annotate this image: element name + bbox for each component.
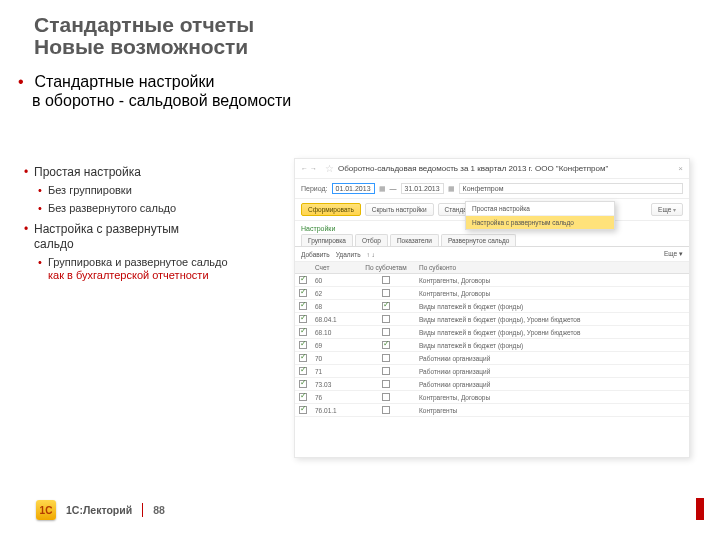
subaccount-checkbox[interactable] — [382, 341, 390, 349]
subaccount-checkbox[interactable] — [382, 406, 390, 414]
row-checkbox[interactable] — [299, 354, 307, 362]
table-row[interactable]: 76Контрагенты, Договоры — [295, 391, 689, 404]
col-account: Счет — [311, 262, 357, 273]
delete-button[interactable]: Удалить — [336, 251, 361, 258]
hide-settings-button[interactable]: Скрыть настройки — [365, 203, 434, 216]
cell-account: 68 — [311, 301, 357, 312]
form-button[interactable]: Сформировать — [301, 203, 361, 216]
settings-dropdown: Простая настройка Настройка с развернуты… — [465, 201, 615, 230]
table-row[interactable]: 71Работники организаций — [295, 365, 689, 378]
period-toolbar: Период: 01.01.2013 ▦ — 31.01.2013 ▦ Конф… — [295, 179, 689, 199]
cell-subconto: Виды платежей в бюджет (фонды), Уровни б… — [415, 327, 689, 338]
cell-subconto: Контрагенты, Договоры — [415, 392, 689, 403]
page-number: 88 — [153, 504, 165, 516]
subaccount-checkbox[interactable] — [382, 302, 390, 310]
row-checkbox[interactable] — [299, 276, 307, 284]
calendar-icon[interactable]: ▦ — [379, 185, 386, 193]
footer-separator — [142, 503, 143, 517]
table-row[interactable]: 68.10Виды платежей в бюджет (фонды), Уро… — [295, 326, 689, 339]
table-row[interactable]: 76.01.1Контрагенты — [295, 404, 689, 417]
tab-filter[interactable]: Отбор — [355, 234, 388, 246]
table-row[interactable]: 62Контрагенты, Договоры — [295, 287, 689, 300]
date-to-input[interactable]: 31.01.2013 — [401, 183, 444, 194]
period-label: Период: — [301, 185, 328, 192]
cell-account: 69 — [311, 340, 357, 351]
slide-title: Стандартные отчеты Новые возможности — [0, 0, 720, 58]
subaccount-checkbox[interactable] — [382, 367, 390, 375]
table-row[interactable]: 73.03Работники организаций — [295, 378, 689, 391]
calendar-icon[interactable]: ▦ — [448, 185, 455, 193]
org-select[interactable]: Конфетпром — [459, 183, 683, 194]
footer-label: 1С:Лекторий — [66, 504, 132, 516]
cell-subconto: Работники организаций — [415, 366, 689, 377]
tab-extended-balance[interactable]: Развернутое сальдо — [441, 234, 516, 246]
subaccount-checkbox[interactable] — [382, 354, 390, 362]
cell-subconto: Контрагенты — [415, 405, 689, 416]
subaccount-checkbox[interactable] — [382, 380, 390, 388]
table-row[interactable]: 68Виды платежей в бюджет (фонды) — [295, 300, 689, 313]
cell-subconto: Виды платежей в бюджет (фонды), Уровни б… — [415, 314, 689, 325]
cell-account: 73.03 — [311, 379, 357, 390]
star-icon[interactable]: ☆ — [325, 163, 334, 174]
cell-subconto: Работники организаций — [415, 353, 689, 364]
subaccount-checkbox[interactable] — [382, 289, 390, 297]
action-toolbar: Сформировать Скрыть настройки Стандартны… — [295, 199, 689, 221]
grid-more-button[interactable]: Еще ▾ — [664, 250, 683, 258]
subaccount-checkbox[interactable] — [382, 393, 390, 401]
left-column: Простая настройка Без группировки Без ра… — [34, 165, 279, 287]
col-subaccount: По субсчетам — [357, 262, 415, 273]
cell-subconto: Контрагенты, Договоры — [415, 275, 689, 286]
row-checkbox[interactable] — [299, 367, 307, 375]
row-checkbox[interactable] — [299, 380, 307, 388]
sub-bullet-grouping: Группировка и развернутое сальдокак в бу… — [48, 256, 279, 284]
app-screenshot: ← → ☆ Оборотно-сальдовая ведомость за 1 … — [294, 158, 690, 458]
grid-controls: Добавить Удалить ↑ ↓ Еще ▾ — [295, 247, 689, 262]
subaccount-checkbox[interactable] — [382, 276, 390, 284]
dd-extended-option[interactable]: Настройка с развернутым сальдо — [466, 215, 614, 229]
grid-header: Счет По субсчетам По субконто — [295, 262, 689, 274]
nav-arrows-icon[interactable]: ← → — [301, 165, 317, 172]
close-icon[interactable]: × — [678, 164, 683, 173]
date-from-input[interactable]: 01.01.2013 — [332, 183, 375, 194]
cell-account: 62 — [311, 288, 357, 299]
col-subconto: По субконто — [415, 262, 689, 273]
row-checkbox[interactable] — [299, 315, 307, 323]
subaccount-checkbox[interactable] — [382, 315, 390, 323]
cell-subconto: Контрагенты, Договоры — [415, 288, 689, 299]
up-down-icon[interactable]: ↑ ↓ — [367, 251, 375, 258]
row-checkbox[interactable] — [299, 341, 307, 349]
cell-account: 68.04.1 — [311, 314, 357, 325]
bullet-simple: Простая настройка — [34, 165, 279, 180]
row-checkbox[interactable] — [299, 302, 307, 310]
subaccount-checkbox[interactable] — [382, 328, 390, 336]
row-checkbox[interactable] — [299, 406, 307, 414]
title-line-1: Стандартные отчеты — [34, 14, 720, 36]
row-checkbox[interactable] — [299, 328, 307, 336]
dd-simple-option[interactable]: Простая настройка — [466, 202, 614, 215]
cell-account: 70 — [311, 353, 357, 364]
more-button[interactable]: Еще — [651, 203, 683, 216]
row-checkbox[interactable] — [299, 393, 307, 401]
cell-account: 68.10 — [311, 327, 357, 338]
right-accent-bar — [696, 498, 704, 520]
cell-account: 76 — [311, 392, 357, 403]
table-row[interactable]: 60Контрагенты, Договоры — [295, 274, 689, 287]
sub-bullet-no-balance: Без развернутого сальдо — [48, 202, 279, 216]
row-checkbox[interactable] — [299, 289, 307, 297]
window-title: Оборотно-сальдовая ведомость за 1 кварта… — [338, 164, 608, 173]
bullet-extended: Настройка с развернутымсальдо — [34, 222, 279, 252]
logo-1c: 1C — [36, 500, 56, 520]
add-button[interactable]: Добавить — [301, 251, 330, 258]
slide-subtitle: Стандартные настройки в оборотно - сальд… — [0, 58, 720, 110]
tab-indicators[interactable]: Показатели — [390, 234, 439, 246]
tab-grouping[interactable]: Группировка — [301, 234, 353, 246]
cell-subconto: Работники организаций — [415, 379, 689, 390]
table-row[interactable]: 70Работники организаций — [295, 352, 689, 365]
title-line-2: Новые возможности — [34, 36, 720, 58]
cell-account: 71 — [311, 366, 357, 377]
cell-subconto: Виды платежей в бюджет (фонды) — [415, 301, 689, 312]
table-row[interactable]: 68.04.1Виды платежей в бюджет (фонды), У… — [295, 313, 689, 326]
cell-account: 76.01.1 — [311, 405, 357, 416]
table-row[interactable]: 69Виды платежей в бюджет (фонды) — [295, 339, 689, 352]
window-header: ← → ☆ Оборотно-сальдовая ведомость за 1 … — [295, 159, 689, 179]
